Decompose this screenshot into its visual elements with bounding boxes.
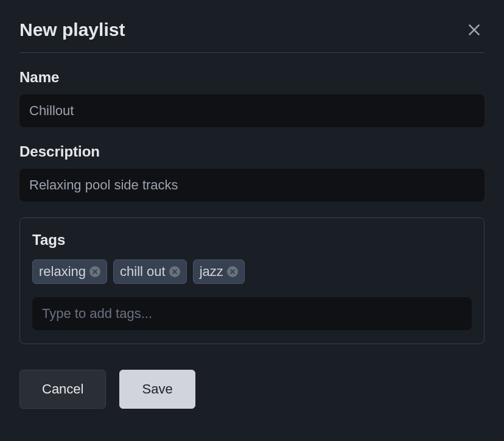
description-input[interactable]: [19, 169, 485, 202]
description-label: Description: [19, 143, 485, 160]
remove-icon: [92, 269, 98, 275]
tags-label: Tags: [32, 231, 472, 249]
cancel-button[interactable]: Cancel: [19, 370, 106, 409]
name-label: Name: [19, 69, 485, 86]
tag-remove-button[interactable]: [89, 266, 100, 277]
remove-icon: [229, 269, 236, 275]
tag-chip: chill out: [113, 259, 187, 284]
tag-remove-button[interactable]: [169, 266, 180, 277]
tags-input[interactable]: [32, 297, 472, 330]
tag-label: relaxing: [39, 264, 86, 280]
tag-chip: relaxing: [32, 259, 107, 284]
tag-label: chill out: [120, 264, 166, 280]
name-input[interactable]: [19, 94, 485, 127]
tag-chip: jazz: [193, 259, 245, 284]
tags-list: relaxingchill outjazz: [32, 259, 472, 284]
remove-icon: [172, 269, 178, 275]
tag-label: jazz: [200, 264, 223, 280]
dialog-title: New playlist: [19, 19, 125, 40]
close-button[interactable]: [464, 19, 485, 40]
close-icon: [466, 22, 482, 38]
save-button[interactable]: Save: [119, 370, 195, 409]
tag-remove-button[interactable]: [227, 266, 238, 277]
